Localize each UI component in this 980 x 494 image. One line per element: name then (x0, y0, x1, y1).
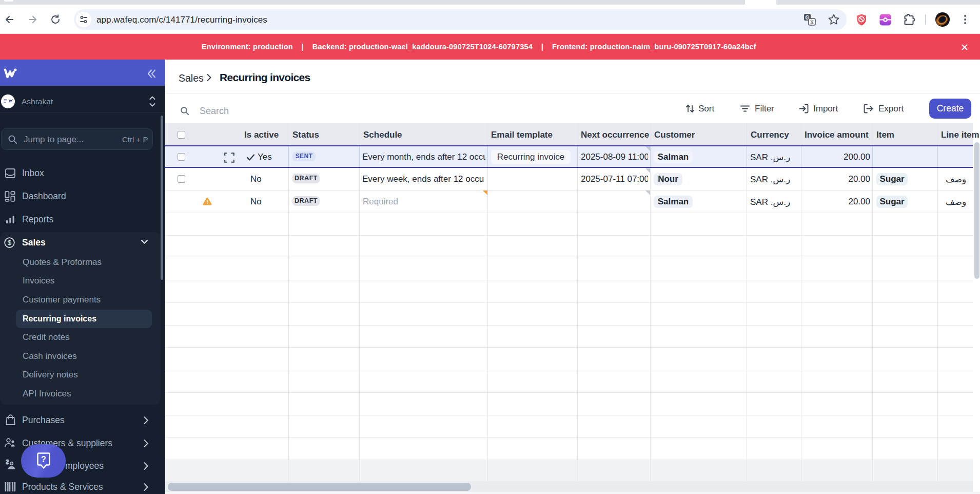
svg-text:文: 文 (810, 19, 815, 25)
svg-text:$: $ (8, 239, 11, 246)
svg-text:?: ? (41, 455, 46, 464)
